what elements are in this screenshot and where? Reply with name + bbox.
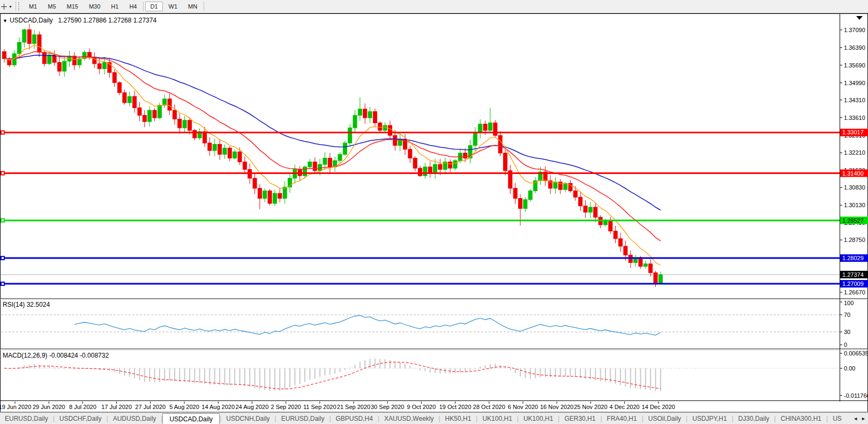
svg-text:25 Nov 2020: 25 Nov 2020 <box>574 404 607 410</box>
svg-text:1.26670: 1.26670 <box>844 289 865 296</box>
toolbar-grip[interactable] <box>18 2 21 11</box>
crosshair-icon <box>1 4 7 10</box>
tab-usdcnh-daily[interactable]: USDCNH,Daily <box>221 414 274 423</box>
svg-text:1.31400: 1.31400 <box>842 170 864 177</box>
tab-eurusd-daily[interactable]: EURUSD,Daily <box>276 414 330 423</box>
scroll-right-icon[interactable]: ► <box>861 416 866 421</box>
chart-canvas[interactable]: 1.370901.363901.356901.349901.343101.336… <box>0 0 868 412</box>
svg-text:1.32210: 1.32210 <box>844 149 865 156</box>
tab-usdjpy-h1[interactable]: USDJPY,H1 <box>687 414 731 423</box>
svg-text:1.30130: 1.30130 <box>844 202 865 208</box>
svg-text:1.35690: 1.35690 <box>844 62 865 69</box>
svg-text:1.36390: 1.36390 <box>844 44 865 51</box>
chevron-down-icon: ▼ <box>9 5 12 9</box>
svg-text:21 Sep 2020: 21 Sep 2020 <box>337 404 370 410</box>
toolbar-separator <box>16 2 16 11</box>
tab-usdcad-daily[interactable]: USDCAD,Daily <box>162 413 220 424</box>
svg-text:9 Oct 2020: 9 Oct 2020 <box>407 404 436 410</box>
tab-fra40-h1[interactable]: FRA40,H1 <box>602 414 642 423</box>
tab-scroll-arrows: ◄► <box>851 416 868 421</box>
timeframe-buttons: M1M5M15M30H1H4D1W1MN <box>24 0 205 13</box>
svg-text:4 Dec 2020: 4 Dec 2020 <box>609 404 639 410</box>
tab-hk50-h1[interactable]: HK50,H1 <box>440 414 476 423</box>
svg-text:0.00: 0.00 <box>844 365 855 372</box>
svg-text:1.28029: 1.28029 <box>842 255 864 261</box>
timeframe-M5[interactable]: M5 <box>43 2 61 11</box>
svg-text:24 Aug 2020: 24 Aug 2020 <box>236 404 269 410</box>
tab-uk100-h1[interactable]: UK100,H1 <box>477 414 517 423</box>
timeframe-H1[interactable]: H1 <box>106 2 123 11</box>
timeframe-W1[interactable]: W1 <box>164 2 183 11</box>
svg-text:1.28750: 1.28750 <box>844 237 865 243</box>
tab-china300-h1[interactable]: CHINA300,H1 <box>776 414 826 423</box>
timeframe-M30[interactable]: M30 <box>84 2 105 11</box>
timeframe-toolbar: ▼ M1M5M15M30H1H4D1W1MN <box>0 0 868 13</box>
svg-text:30: 30 <box>844 329 850 335</box>
tab-gbpusd-h4[interactable]: GBPUSD,H4 <box>331 414 378 423</box>
tab-overflow[interactable]: US <box>828 414 842 423</box>
svg-text:1.30830: 1.30830 <box>844 184 865 191</box>
tab-usdchf-daily[interactable]: USDCHF,Daily <box>55 414 107 423</box>
tab-audusd-daily[interactable]: AUDUSD,Daily <box>108 414 161 423</box>
symbol-tab-bar: EURUSD,Daily|USDCHF,Daily|AUDUSD,Daily|U… <box>0 412 868 424</box>
svg-text:19 Oct 2020: 19 Oct 2020 <box>439 404 472 410</box>
svg-text:16 Nov 2020: 16 Nov 2020 <box>540 404 573 410</box>
timeframe-MN[interactable]: MN <box>183 2 202 11</box>
svg-text:8 Jul 2020: 8 Jul 2020 <box>69 404 96 410</box>
mt4-terminal: ▼ M1M5M15M30H1H4D1W1MN 1.370901.363901.3… <box>0 0 868 424</box>
svg-text:29 Jun 2020: 29 Jun 2020 <box>33 404 65 410</box>
macd-indicator-label: MACD(12,26,9) -0.008424 -0.008732 <box>3 352 109 359</box>
timeframe-D1[interactable]: D1 <box>145 2 162 11</box>
tab-dj30-daily[interactable]: DJ30,Daily <box>734 414 774 423</box>
svg-text:2 Sep 2020: 2 Sep 2020 <box>271 404 301 410</box>
svg-text:0: 0 <box>844 342 847 348</box>
cursor-tool-icon[interactable]: ▼ <box>0 1 14 12</box>
tab-xauusd-weekly[interactable]: XAUUSD,Weekly <box>379 414 438 423</box>
svg-text:1.37090: 1.37090 <box>844 27 865 33</box>
svg-text:17 Jul 2020: 17 Jul 2020 <box>101 404 132 410</box>
timeframe-H4[interactable]: H4 <box>124 2 141 11</box>
tab-ger30-h1[interactable]: GER30,H1 <box>559 414 600 423</box>
svg-text:1.34990: 1.34990 <box>844 80 865 86</box>
scroll-left-icon[interactable]: ◄ <box>853 416 858 421</box>
svg-text:28 Oct 2020: 28 Oct 2020 <box>473 404 505 410</box>
svg-text:11 Sep 2020: 11 Sep 2020 <box>303 404 336 410</box>
timeframe-M1[interactable]: M1 <box>24 2 42 11</box>
svg-text:19 Jun 2020: 19 Jun 2020 <box>0 404 31 410</box>
tab-uk100-h1[interactable]: UK100,H1 <box>519 414 558 423</box>
svg-text:1.33610: 1.33610 <box>844 115 865 121</box>
svg-text:5 Aug 2020: 5 Aug 2020 <box>169 404 199 410</box>
svg-text:30 Sep 2020: 30 Sep 2020 <box>371 404 404 410</box>
ohlc-values: 1.27590 1.27886 1.27268 1.27374 <box>58 17 157 24</box>
svg-text:-0.011766: -0.011766 <box>844 392 868 399</box>
svg-text:27 Jul 2020: 27 Jul 2020 <box>135 404 166 410</box>
timeframe-M15[interactable]: M15 <box>62 2 83 11</box>
symbol-label: USDCAD,Daily <box>10 17 53 24</box>
svg-text:1.27009: 1.27009 <box>842 281 864 287</box>
chart-frame <box>0 13 868 412</box>
svg-text:100: 100 <box>844 300 854 306</box>
rsi-indicator-label: RSI(14) 32.5024 <box>3 301 50 308</box>
svg-text:1.27374: 1.27374 <box>842 271 864 278</box>
svg-text:6 Nov 2020: 6 Nov 2020 <box>508 404 538 410</box>
svg-text:70: 70 <box>844 312 850 318</box>
svg-text:1.29527: 1.29527 <box>842 217 864 224</box>
toolbar-separator <box>143 2 144 11</box>
svg-text:0.006535: 0.006535 <box>844 350 868 357</box>
collapse-icon[interactable]: ▼ <box>3 18 8 24</box>
tab-eurusd-daily[interactable]: EURUSD,Daily <box>0 414 53 423</box>
tab-usoil-daily[interactable]: USOil,Daily <box>643 414 686 423</box>
chart-title: ▼USDCAD,Daily1.27590 1.27886 1.27268 1.2… <box>3 17 156 24</box>
toolbar-separator <box>204 2 204 11</box>
svg-text:14 Aug 2020: 14 Aug 2020 <box>201 404 235 410</box>
svg-text:14 Dec 2020: 14 Dec 2020 <box>642 404 675 410</box>
svg-text:1.34310: 1.34310 <box>844 97 865 103</box>
svg-text:1.33017: 1.33017 <box>842 129 864 135</box>
